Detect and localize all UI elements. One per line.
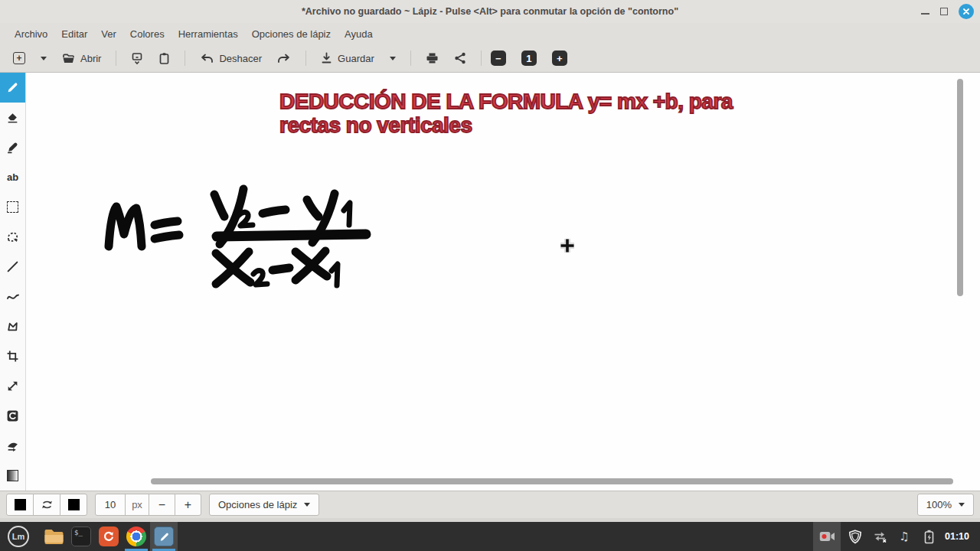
menu-archivo[interactable]: Archivo <box>8 25 54 43</box>
preview-icon <box>131 52 143 65</box>
drawing-canvas[interactable]: DEDUCCIÓN DE LA FORMULA y= mx +b, para r… <box>26 73 980 491</box>
new-image-menu-button[interactable] <box>35 54 52 64</box>
zoom-out-button[interactable]: − <box>491 51 506 66</box>
size-increase-button[interactable]: + <box>175 494 201 516</box>
taskbar-item-files[interactable] <box>40 522 67 551</box>
options-bar: 10 px − + Opciones de lápiz 100% <box>0 491 980 518</box>
network-disconnected-icon <box>873 530 887 543</box>
save-button[interactable]: Guardar <box>315 49 380 67</box>
highlighter-icon <box>6 141 19 154</box>
new-image-icon: + <box>13 52 25 64</box>
tray-firewall[interactable] <box>845 525 865 548</box>
gradient-icon <box>7 470 18 481</box>
tool-sidebar: ab <box>0 73 26 491</box>
pencil-icon <box>6 81 19 94</box>
size-value-field[interactable]: 10 <box>95 494 126 516</box>
share-button[interactable] <box>449 49 472 67</box>
tray-battery[interactable] <box>919 525 939 548</box>
taskbar-clock[interactable]: 01:10 <box>943 531 975 542</box>
toolbar-separator <box>185 51 185 66</box>
menu-herramientas[interactable]: Herramientas <box>172 25 245 43</box>
menu-ayuda[interactable]: Ayuda <box>338 25 380 43</box>
battery-icon <box>923 530 935 544</box>
clipboard-icon <box>158 52 170 65</box>
taskbar-item-chrome[interactable] <box>122 522 150 551</box>
sidebar-item-rectangle-select[interactable] <box>0 192 25 222</box>
menu-ver[interactable]: Ver <box>94 25 123 43</box>
sidebar-item-crop[interactable] <box>0 341 25 371</box>
tray-music[interactable]: ♫ <box>894 525 914 548</box>
preview-button[interactable] <box>126 49 149 68</box>
share-icon <box>454 52 466 64</box>
redo-button[interactable] <box>272 50 296 67</box>
sidebar-item-scale[interactable] <box>0 371 25 401</box>
sidebar-item-rotate[interactable] <box>0 401 25 431</box>
size-decrease-button[interactable]: − <box>149 494 175 516</box>
taskbar-item-app-orange[interactable] <box>95 522 122 551</box>
printer-icon <box>426 52 439 64</box>
tray-network[interactable] <box>870 525 890 548</box>
scale-icon <box>6 380 19 393</box>
zoom-in-button[interactable]: + <box>552 51 567 66</box>
sidebar-item-free-select[interactable] <box>0 222 25 252</box>
horizontal-scrollbar[interactable] <box>151 478 953 484</box>
menu-colores[interactable]: Colores <box>123 25 172 43</box>
size-unit-label: px <box>125 494 149 516</box>
canvas-heading-text: DEDUCCIÓN DE LA FORMULA y= mx +b, para r… <box>279 90 733 137</box>
open-button[interactable]: Abrir <box>57 50 106 67</box>
menubar: Archivo Editar Ver Colores Herramientas … <box>0 23 980 44</box>
size-group: 10 px − + <box>95 494 201 516</box>
save-menu-button[interactable] <box>384 54 401 64</box>
line-icon <box>6 260 19 273</box>
free-select-icon <box>6 230 19 243</box>
color-swatch-group <box>6 494 87 516</box>
new-image-button[interactable]: + <box>8 49 31 67</box>
toolbar-separator <box>305 51 306 66</box>
vertical-scrollbar[interactable] <box>957 79 963 296</box>
menu-editar[interactable]: Editar <box>54 25 94 43</box>
shield-icon <box>848 530 862 544</box>
secondary-color-button[interactable] <box>60 494 87 516</box>
primary-color-button[interactable] <box>6 494 34 516</box>
chevron-down-icon <box>390 57 396 60</box>
maximize-button[interactable] <box>940 8 948 15</box>
taskbar-item-drawing-app[interactable] <box>150 522 178 551</box>
close-button[interactable] <box>959 4 974 19</box>
handwritten-formula <box>92 176 398 302</box>
rectangle-select-icon <box>7 201 18 213</box>
menu-opciones-de-lapiz[interactable]: Opciones de lápiz <box>245 25 338 43</box>
chevron-down-icon <box>959 503 965 507</box>
shape-icon <box>6 320 19 333</box>
sidebar-item-deform[interactable] <box>0 431 25 461</box>
sidebar-item-gradient[interactable] <box>0 461 25 491</box>
deform-icon <box>6 439 19 452</box>
tray-screen-recorder[interactable] <box>813 522 841 551</box>
pen-options-button[interactable]: Opciones de lápiz <box>209 494 319 516</box>
sidebar-item-eraser[interactable] <box>0 103 25 132</box>
text-tool-icon: ab <box>7 171 18 183</box>
paste-button[interactable] <box>153 49 175 68</box>
drawing-app-icon <box>154 527 174 546</box>
zoom-reset-button[interactable]: 1 <box>521 51 537 66</box>
sidebar-item-shape[interactable] <box>0 311 25 341</box>
print-button[interactable] <box>420 49 444 67</box>
rotate-icon <box>6 409 19 422</box>
minimize-button[interactable] <box>921 13 929 15</box>
close-icon <box>962 8 970 15</box>
undo-button[interactable]: Deshacer <box>194 50 267 67</box>
swap-colors-button[interactable] <box>33 494 60 516</box>
toolbar: + Abrir Deshacer <box>0 44 980 73</box>
sidebar-item-curve[interactable] <box>0 282 25 311</box>
zoom-level-button[interactable]: 100% <box>917 494 974 516</box>
undo-icon <box>200 53 214 64</box>
sidebar-item-pencil[interactable] <box>0 73 25 103</box>
taskbar-item-terminal[interactable]: $_ <box>67 522 95 551</box>
crosshair-cursor-icon <box>558 236 577 255</box>
start-menu-button[interactable]: Lm <box>5 522 32 551</box>
chevron-down-icon <box>304 503 310 507</box>
swap-colors-icon <box>41 499 54 510</box>
sidebar-item-line[interactable] <box>0 252 25 282</box>
toolbar-separator <box>481 51 482 66</box>
sidebar-item-text[interactable]: ab <box>0 162 25 192</box>
sidebar-item-highlighter[interactable] <box>0 132 25 162</box>
